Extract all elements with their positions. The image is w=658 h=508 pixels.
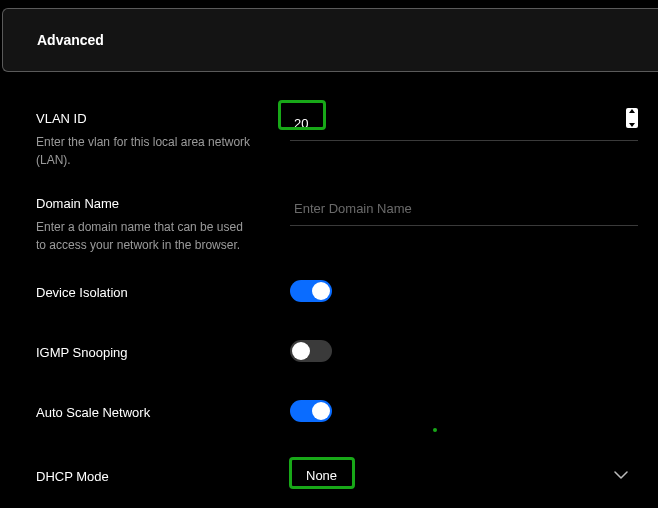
chevron-down-icon: [614, 471, 628, 479]
dhcp-label: DHCP Mode: [36, 468, 270, 486]
domain-description: Enter a domain name that can be used to …: [36, 219, 256, 254]
autoscale-row: Auto Scale Network: [36, 400, 638, 426]
autoscale-toggle[interactable]: [290, 400, 332, 422]
domain-input[interactable]: Enter Domain Name: [290, 195, 638, 226]
domain-label: Domain Name: [36, 195, 270, 213]
isolation-label: Device Isolation: [36, 284, 270, 302]
igmp-row: IGMP Snooping: [36, 340, 638, 366]
vlan-label: VLAN ID: [36, 110, 270, 128]
stepper-down-icon[interactable]: [629, 123, 635, 127]
section-title: Advanced: [37, 32, 104, 48]
igmp-label: IGMP Snooping: [36, 344, 270, 362]
igmp-toggle[interactable]: [290, 340, 332, 362]
dhcp-row: DHCP Mode None: [36, 460, 638, 491]
vlan-input[interactable]: 20: [290, 110, 638, 141]
vlan-row: VLAN ID Enter the vlan for this local ar…: [36, 110, 638, 169]
domain-row: Domain Name Enter a domain name that can…: [36, 195, 638, 254]
domain-placeholder: Enter Domain Name: [294, 201, 412, 216]
vlan-description: Enter the vlan for this local area netwo…: [36, 134, 256, 169]
settings-content: VLAN ID Enter the vlan for this local ar…: [0, 92, 658, 508]
isolation-row: Device Isolation: [36, 280, 638, 306]
vlan-value: 20: [294, 116, 308, 131]
vlan-stepper[interactable]: [626, 108, 638, 128]
advanced-header: Advanced: [2, 8, 658, 72]
toggle-knob: [312, 402, 330, 420]
isolation-toggle[interactable]: [290, 280, 332, 302]
dhcp-value: None: [306, 468, 337, 483]
indicator-dot: [433, 428, 437, 432]
stepper-up-icon[interactable]: [629, 109, 635, 113]
toggle-knob: [292, 342, 310, 360]
toggle-knob: [312, 282, 330, 300]
dhcp-select[interactable]: None: [290, 460, 638, 491]
autoscale-label: Auto Scale Network: [36, 404, 270, 422]
